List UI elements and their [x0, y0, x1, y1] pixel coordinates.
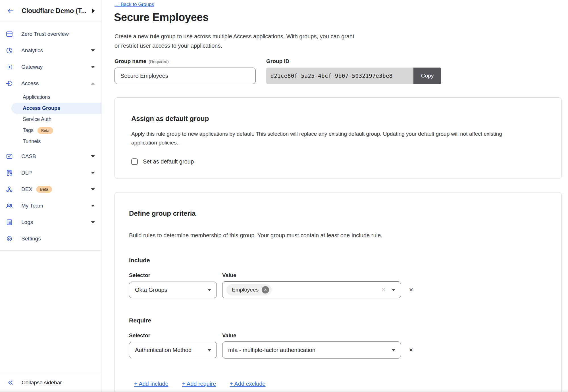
- group-name-label: Group name(Required): [115, 58, 169, 64]
- remove-require-rule-icon[interactable]: ✕: [409, 347, 413, 353]
- group-name-input[interactable]: [115, 68, 256, 84]
- sidebar-item-dlp[interactable]: DLP: [0, 165, 101, 181]
- sidebar-item-tags[interactable]: Tags Beta: [0, 125, 101, 136]
- sidebar-nav: Zero Trust overview Analytics Gateway Ac…: [0, 22, 101, 251]
- chevron-down-icon: [91, 221, 95, 223]
- sidebar-item-applications[interactable]: Applications: [0, 92, 101, 103]
- casb-icon: [6, 153, 13, 160]
- sidebar-item-service-auth[interactable]: Service Auth: [0, 114, 101, 125]
- sidebar-item-access[interactable]: Access: [0, 75, 101, 92]
- sidebar-item-settings[interactable]: Settings: [0, 230, 101, 247]
- remove-chip-icon[interactable]: ✕: [262, 286, 269, 294]
- caret-right-icon[interactable]: [92, 9, 95, 13]
- require-heading: Require: [129, 317, 547, 324]
- criteria-card: Define group criteria Build rules to det…: [115, 192, 562, 392]
- chevron-down-icon: [207, 349, 211, 351]
- set-default-group-label: Set as default group: [143, 158, 194, 165]
- chevron-down-icon: [392, 289, 396, 291]
- chevron-down-icon: [207, 289, 211, 291]
- network-nodes-icon: [6, 186, 13, 193]
- sidebar-item-access-groups[interactable]: Access Groups: [0, 103, 101, 114]
- include-value-multiselect[interactable]: Employees ✕ ✕: [222, 281, 401, 298]
- add-exclude-link[interactable]: + Add exclude: [230, 381, 265, 387]
- default-group-card: Assign as default group Apply this rule …: [115, 97, 562, 179]
- remove-include-rule-icon[interactable]: ✕: [409, 287, 413, 293]
- sidebar-item-logs[interactable]: Logs: [0, 214, 101, 230]
- access-icon: [6, 80, 13, 87]
- chevron-down-icon: [91, 172, 95, 174]
- add-include-link[interactable]: + Add include: [134, 381, 168, 387]
- double-chevron-left-icon: [7, 379, 14, 386]
- sidebar: Cloudflare Demo (T... Zero Trust overvie…: [0, 0, 101, 392]
- back-arrow-icon[interactable]: [6, 7, 15, 14]
- clear-values-icon[interactable]: ✕: [381, 286, 386, 293]
- default-card-title: Assign as default group: [131, 115, 545, 123]
- chevron-down-icon: [392, 349, 396, 351]
- group-id-value: d21ce80f-5a25-4bcf-9b07-5032197e3be8: [266, 68, 413, 84]
- include-selector-label: Selector: [129, 272, 217, 278]
- default-card-body: Apply this rule group to new application…: [131, 129, 529, 147]
- require-value-label: Value: [222, 332, 401, 339]
- sidebar-item-casb[interactable]: CASB: [0, 148, 101, 165]
- require-rule-row: Authentication Method mfa - multiple-fac…: [129, 341, 547, 359]
- add-rule-links: + Add include + Add require + Add exclud…: [129, 381, 547, 387]
- sidebar-divider: [0, 250, 101, 251]
- gateway-icon: [6, 63, 13, 71]
- set-default-group-checkbox[interactable]: [131, 158, 138, 165]
- sidebar-item-gateway[interactable]: Gateway: [0, 59, 101, 75]
- require-value-dropdown[interactable]: mfa - multiple-factor authentication: [222, 341, 401, 359]
- group-id-label: Group ID: [266, 58, 289, 64]
- criteria-card-title: Define group criteria: [129, 209, 547, 217]
- sidebar-item-tunnels[interactable]: Tunnels: [0, 136, 101, 147]
- window-icon: [6, 30, 13, 38]
- employees-chip: Employees ✕: [226, 284, 272, 295]
- chevron-down-icon: [91, 155, 95, 158]
- chevron-down-icon: [91, 188, 95, 190]
- include-value-label: Value: [222, 272, 401, 278]
- require-selector-dropdown[interactable]: Authentication Method: [129, 342, 217, 358]
- sidebar-item-zero-trust-overview[interactable]: Zero Trust overview: [0, 26, 101, 42]
- page-title: Secure Employees: [114, 11, 209, 24]
- gear-icon: [6, 235, 13, 242]
- chevron-down-icon: [91, 205, 95, 207]
- include-rule-row: Okta Groups Employees ✕ ✕ ✕: [129, 281, 547, 298]
- account-name: Cloudflare Demo (T...: [22, 7, 87, 15]
- include-heading: Include: [129, 257, 547, 264]
- collapse-sidebar-button[interactable]: Collapse sidebar: [0, 373, 101, 392]
- team-icon: [6, 202, 13, 209]
- include-selector-dropdown[interactable]: Okta Groups: [129, 282, 217, 298]
- sidebar-item-my-team[interactable]: My Team: [0, 198, 101, 214]
- chevron-down-icon: [91, 49, 95, 52]
- set-default-group-row[interactable]: Set as default group: [131, 158, 545, 165]
- pie-chart-icon: [6, 47, 13, 54]
- account-header[interactable]: Cloudflare Demo (T...: [0, 0, 101, 22]
- chevron-up-icon: [91, 82, 95, 85]
- copy-button[interactable]: Copy: [413, 68, 441, 84]
- add-require-link[interactable]: + Add require: [182, 381, 216, 387]
- main-content: ← Back to Groups Secure Employees Create…: [101, 0, 568, 392]
- require-selector-label: Selector: [129, 332, 217, 339]
- logs-icon: [6, 219, 13, 226]
- required-note: (Required): [149, 59, 169, 64]
- beta-badge: Beta: [38, 127, 53, 134]
- back-to-groups-link[interactable]: ← Back to Groups: [115, 2, 154, 7]
- group-id-box: d21ce80f-5a25-4bcf-9b07-5032197e3be8 Cop…: [266, 68, 441, 84]
- chevron-down-icon: [91, 66, 95, 68]
- document-lock-icon: [6, 169, 13, 177]
- beta-badge: Beta: [36, 186, 52, 193]
- sidebar-item-dex[interactable]: DEX Beta: [0, 181, 101, 198]
- criteria-card-body: Build rules to determine membership of t…: [129, 231, 527, 240]
- sidebar-item-analytics[interactable]: Analytics: [0, 42, 101, 59]
- page-description: Create a new rule group to use across mu…: [115, 32, 354, 51]
